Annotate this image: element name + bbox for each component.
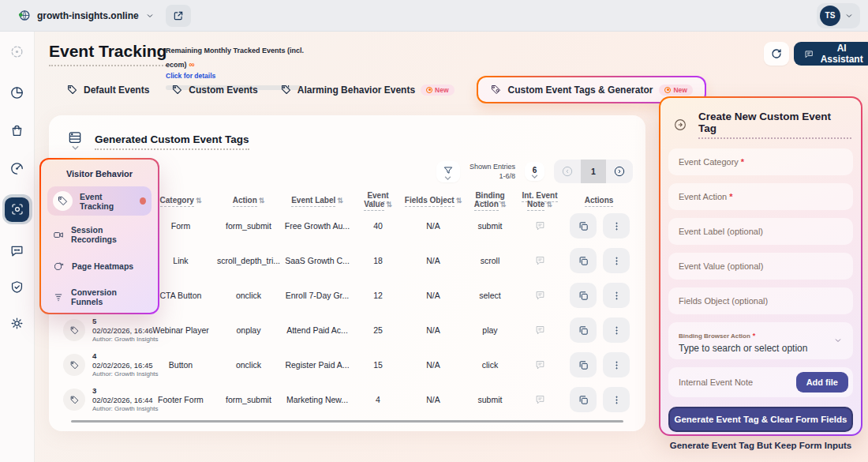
next-page-button[interactable] bbox=[606, 160, 633, 183]
more-actions-button[interactable] bbox=[603, 387, 630, 412]
domain-name: growth-insights.online bbox=[37, 10, 139, 21]
tab-default-events[interactable]: Default Events bbox=[66, 84, 149, 96]
table-row[interactable]: 502/02/2026, 16:46Author: Growth Insight… bbox=[49, 313, 645, 347]
note-icon[interactable] bbox=[516, 255, 563, 267]
sidebar-item-visitor-behavior[interactable] bbox=[2, 194, 32, 224]
cell-event-label: Register Paid A... bbox=[281, 360, 354, 370]
more-icon bbox=[611, 359, 623, 371]
popup-item-label: Session Recordings bbox=[71, 225, 146, 244]
tab-label: Custom Event Tags & Generator bbox=[508, 85, 653, 96]
row-author: Author: Growth Insights bbox=[92, 336, 159, 344]
copy-button[interactable] bbox=[570, 352, 597, 377]
shown-entries: Shown Entries 1-6/8 bbox=[470, 162, 515, 181]
sidebar-item-security[interactable] bbox=[6, 275, 29, 299]
avatar: TS bbox=[820, 6, 840, 26]
tab-alarming-behavior-events[interactable]: Alarming Behavior Events New bbox=[280, 84, 455, 96]
copy-button[interactable] bbox=[570, 213, 597, 239]
copy-button[interactable] bbox=[570, 283, 597, 308]
refresh-button[interactable] bbox=[764, 42, 789, 66]
event-action-field[interactable]: Event Action* bbox=[668, 183, 853, 210]
domain-selector[interactable]: growth-insights.online bbox=[17, 9, 155, 22]
filter-button[interactable] bbox=[436, 161, 460, 182]
note-icon[interactable] bbox=[516, 290, 563, 302]
table-row[interactable]: 402/02/2026, 16:45Author: Growth Insight… bbox=[49, 347, 645, 382]
column-header-action[interactable]: Action⇅ bbox=[216, 196, 281, 205]
left-sidebar bbox=[0, 32, 35, 462]
new-badge: New bbox=[421, 85, 454, 96]
table-row[interactable]: 302/02/2026, 16:44Author: Growth Insight… bbox=[49, 382, 645, 417]
binding-browser-action-select[interactable]: Binding Browser Action* Type to search o… bbox=[668, 322, 853, 359]
copy-button[interactable] bbox=[570, 387, 597, 412]
tag-icon bbox=[53, 191, 73, 211]
table-controls: Shown Entries 1-6/8 6 1 bbox=[436, 160, 633, 183]
fields-object-field[interactable]: Fields Object (optional) bbox=[668, 287, 853, 314]
tag-icon bbox=[171, 84, 183, 96]
open-site-button[interactable] bbox=[166, 5, 191, 27]
copy-icon bbox=[578, 220, 589, 232]
table-title: Generated Custom Event Tags bbox=[95, 133, 249, 150]
row-author: Author: Growth Insights bbox=[92, 370, 159, 378]
generate-and-clear-button[interactable]: Generate Event Tag & Clear Form Fields bbox=[668, 407, 853, 432]
table-icon[interactable] bbox=[65, 130, 85, 153]
event-label-field[interactable]: Event Label (optional) bbox=[668, 218, 853, 245]
column-header-event-label[interactable]: Event Label⇅ bbox=[281, 196, 354, 205]
note-icon[interactable] bbox=[516, 220, 563, 232]
tab-custom-events[interactable]: Custom Events bbox=[171, 84, 257, 96]
note-icon[interactable] bbox=[516, 359, 563, 371]
more-actions-button[interactable] bbox=[603, 352, 630, 377]
sidebar-item-ecommerce[interactable] bbox=[6, 118, 29, 142]
tag-icon bbox=[63, 319, 85, 341]
cell-fields-object: N/A bbox=[402, 221, 464, 231]
tab-label: Alarming Behavior Events bbox=[297, 85, 415, 96]
external-link-icon bbox=[173, 10, 184, 21]
more-actions-button[interactable] bbox=[603, 213, 630, 239]
column-header-int-event-note[interactable]: Int. Event Note⇅ bbox=[516, 191, 563, 208]
horizontal-scrollbar[interactable] bbox=[71, 420, 623, 423]
cell-fields-object: N/A bbox=[402, 395, 464, 404]
sidebar-item-feedback[interactable] bbox=[6, 239, 29, 262]
create-event-tag-panel: Create New Custom Event Tag Event Catego… bbox=[659, 96, 862, 436]
refresh-icon bbox=[770, 47, 783, 60]
event-category-field[interactable]: Event Category* bbox=[668, 148, 853, 175]
page-size-select[interactable]: 6 bbox=[525, 162, 544, 181]
sidebar-item-home[interactable] bbox=[6, 39, 29, 63]
cell-category: Webinar Player bbox=[145, 325, 216, 335]
cell-event-label: SaaS Growth C... bbox=[281, 256, 354, 265]
more-actions-button[interactable] bbox=[603, 248, 630, 273]
internal-event-note-field[interactable]: Internal Event Note Add file bbox=[668, 367, 853, 397]
sidebar-item-performance[interactable] bbox=[6, 156, 29, 180]
copy-button[interactable] bbox=[570, 248, 597, 273]
cell-action: scroll_depth_tri... bbox=[216, 256, 281, 265]
event-value-field[interactable]: Event Value (optional) bbox=[668, 253, 853, 280]
cell-action: onclick bbox=[216, 360, 281, 370]
new-badge: New bbox=[659, 85, 692, 96]
column-header-event-value[interactable]: Event Value⇅ bbox=[354, 191, 402, 208]
cell-event-value: 18 bbox=[354, 256, 402, 265]
popup-item-conversion-funnels[interactable]: Conversion Funnels bbox=[47, 283, 152, 311]
speed-gauge-icon bbox=[9, 161, 24, 176]
popup-item-page-heatmaps[interactable]: Page Heatmaps bbox=[47, 255, 152, 276]
popup-item-event-tracking[interactable]: Event Tracking bbox=[47, 186, 152, 216]
column-header-binding-action[interactable]: Binding Action⇅ bbox=[464, 191, 516, 208]
popup-item-session-recordings[interactable]: Session Recordings bbox=[47, 220, 152, 249]
shield-check-icon bbox=[9, 280, 24, 295]
column-header-fields-object[interactable]: Fields Object⇅ bbox=[402, 196, 464, 205]
copy-button[interactable] bbox=[570, 317, 597, 343]
generate-keep-inputs-button[interactable]: Generate Event Tag But Keep Form Inputs bbox=[668, 432, 853, 453]
sidebar-item-settings[interactable] bbox=[6, 311, 29, 335]
note-icon[interactable] bbox=[516, 325, 563, 336]
video-camera-icon bbox=[53, 229, 64, 241]
user-menu[interactable]: TS bbox=[817, 3, 860, 28]
cell-event-value: 4 bbox=[354, 395, 402, 404]
more-actions-button[interactable] bbox=[603, 317, 630, 343]
prev-page-button[interactable] bbox=[554, 160, 581, 183]
ai-assistant-button[interactable]: AI Assistant bbox=[794, 42, 868, 66]
arrow-circle-left-icon bbox=[561, 165, 574, 178]
more-actions-button[interactable] bbox=[603, 283, 630, 308]
tag-icon bbox=[63, 389, 85, 411]
note-icon[interactable] bbox=[516, 394, 563, 406]
add-file-button[interactable]: Add file bbox=[796, 372, 848, 393]
sidebar-item-analytics[interactable] bbox=[6, 81, 29, 104]
cell-fields-object: N/A bbox=[402, 256, 464, 265]
more-icon bbox=[611, 220, 623, 232]
